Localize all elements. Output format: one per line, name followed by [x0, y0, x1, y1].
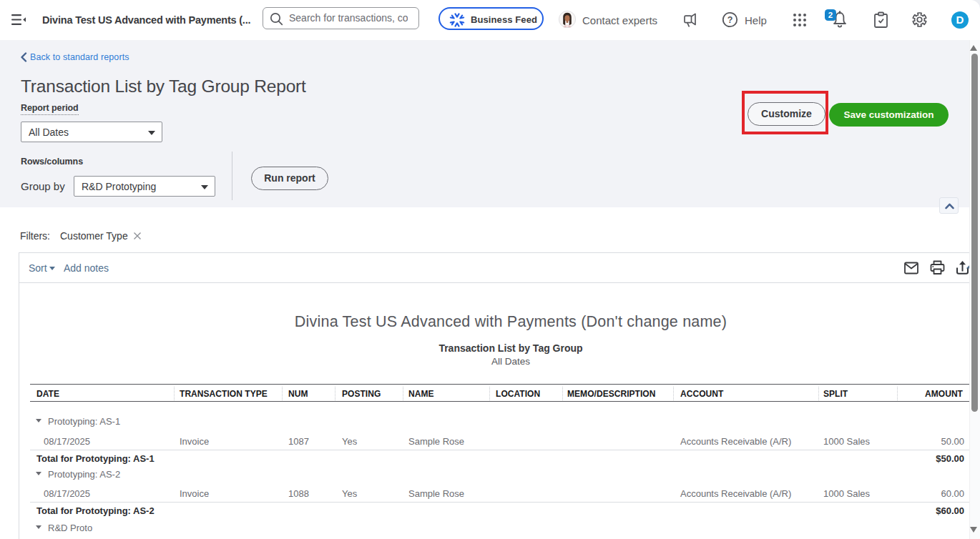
svg-text:?: ? [727, 15, 733, 25]
